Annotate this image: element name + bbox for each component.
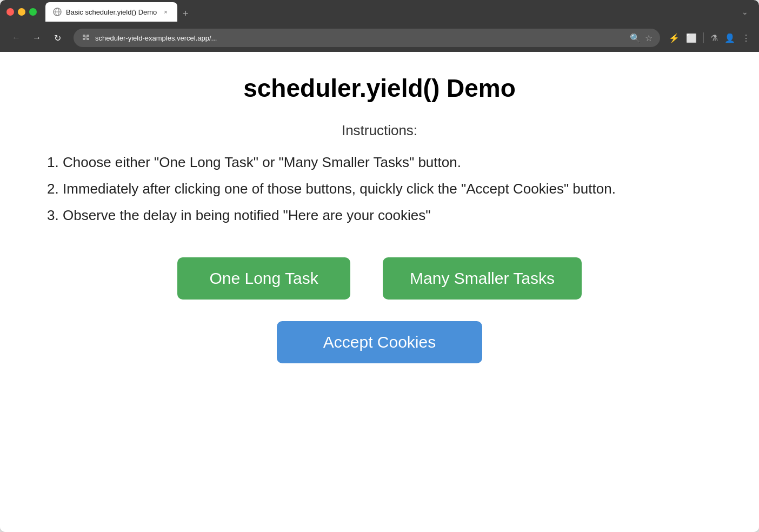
minimize-traffic-light[interactable] bbox=[18, 8, 25, 16]
privacy-icon bbox=[81, 33, 91, 43]
browser-window: Basic scheduler.yield() Demo × + ⌄ ← → ↻… bbox=[0, 0, 759, 532]
many-smaller-tasks-button[interactable]: Many Smaller Tasks bbox=[383, 257, 582, 300]
extension-icon[interactable]: ⚡ bbox=[669, 33, 680, 43]
tab-close-button[interactable]: × bbox=[161, 8, 170, 16]
page-content: scheduler.yield() Demo Instructions: Cho… bbox=[0, 52, 759, 532]
one-long-task-button[interactable]: One Long Task bbox=[177, 257, 350, 300]
instruction-item-2: Immediately after clicking one of those … bbox=[63, 178, 716, 200]
address-bar[interactable]: scheduler-yield-examples.vercel.app/... … bbox=[74, 29, 660, 47]
back-button[interactable]: ← bbox=[9, 30, 24, 45]
close-traffic-light[interactable] bbox=[6, 8, 14, 16]
search-icon[interactable]: 🔍 bbox=[630, 33, 641, 43]
forward-button[interactable]: → bbox=[29, 30, 44, 45]
address-text: scheduler-yield-examples.vercel.app/... bbox=[95, 34, 625, 42]
instruction-item-3: Observe the delay in being notified "Her… bbox=[63, 205, 716, 226]
tab-bar: Basic scheduler.yield() Demo × + bbox=[45, 2, 733, 22]
accept-cookies-row: Accept Cookies bbox=[43, 321, 716, 363]
nav-bar: ← → ↻ scheduler-yield-examples.vercel.ap… bbox=[0, 24, 759, 52]
nav-icons: ⚡ ⬜ ⚗ 👤 ⋮ bbox=[669, 32, 750, 43]
instruction-item-1: Choose either "One Long Task" or "Many S… bbox=[63, 152, 716, 173]
title-bar: Basic scheduler.yield() Demo × + ⌄ bbox=[0, 0, 759, 24]
new-tab-button[interactable]: + bbox=[177, 5, 194, 22]
svg-rect-7 bbox=[85, 36, 88, 38]
page-title: scheduler.yield() Demo bbox=[243, 74, 516, 103]
traffic-lights bbox=[6, 8, 37, 16]
accept-cookies-button[interactable]: Accept Cookies bbox=[277, 321, 482, 363]
task-buttons-row: One Long Task Many Smaller Tasks bbox=[43, 257, 716, 300]
profile-icon[interactable]: 👤 bbox=[724, 33, 735, 43]
toolbar-expand-button[interactable]: ⌄ bbox=[737, 5, 753, 18]
active-tab[interactable]: Basic scheduler.yield() Demo × bbox=[45, 2, 177, 22]
maximize-traffic-light[interactable] bbox=[29, 8, 37, 16]
nav-divider bbox=[703, 32, 704, 43]
instructions-list: Choose either "One Long Task" or "Many S… bbox=[43, 152, 716, 231]
tab-manager-icon[interactable]: ⬜ bbox=[686, 33, 697, 43]
bookmark-icon[interactable]: ☆ bbox=[645, 33, 653, 43]
tab-title: Basic scheduler.yield() Demo bbox=[66, 8, 157, 16]
refresh-button[interactable]: ↻ bbox=[50, 30, 65, 45]
globe-icon bbox=[53, 8, 62, 16]
lab-icon[interactable]: ⚗ bbox=[710, 33, 718, 43]
menu-icon[interactable]: ⋮ bbox=[742, 33, 750, 43]
instructions-label: Instructions: bbox=[342, 122, 417, 139]
